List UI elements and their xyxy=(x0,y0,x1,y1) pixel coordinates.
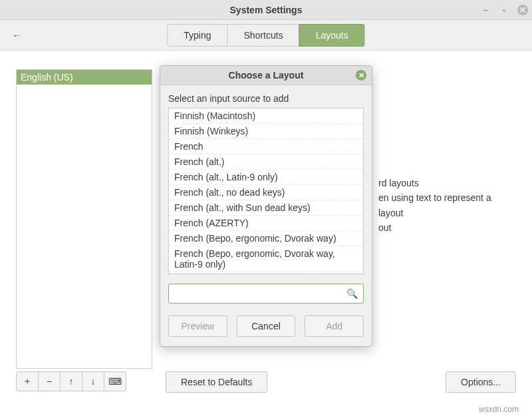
dialog-buttons: Preview Cancel Add xyxy=(168,315,364,337)
tab-shortcuts[interactable]: Shortcuts xyxy=(227,24,300,47)
source-item[interactable]: French (alt., Latin-9 only) xyxy=(169,169,363,184)
window-titlebar: System Settings − ▫ ✕ xyxy=(0,0,532,20)
source-item[interactable]: French (alt., no dead keys) xyxy=(169,184,363,200)
window-title: System Settings xyxy=(230,5,303,15)
watermark: wsxdn.com xyxy=(479,405,519,414)
source-item[interactable]: French (Bepo, ergonomic, Dvorak way, Lat… xyxy=(169,246,363,272)
layout-item-english-us[interactable]: English (US) xyxy=(17,70,152,85)
source-item[interactable]: French (alt., with Sun dead keys) xyxy=(169,200,363,215)
search-icon[interactable]: 🔍 xyxy=(341,288,363,299)
source-item[interactable]: French (Breton) xyxy=(169,272,363,274)
dialog-close-icon[interactable]: ✕ xyxy=(356,70,366,81)
layouts-panel: English (US) ＋ − ↑ ↓ ⌨ xyxy=(16,69,152,391)
dialog-body: Select an input source to add Finnish (M… xyxy=(160,85,372,346)
cancel-button[interactable]: Cancel xyxy=(237,315,296,337)
input-source-list[interactable]: Finnish (Macintosh)Finnish (Winkeys)Fren… xyxy=(168,108,364,274)
options-button[interactable]: Options... xyxy=(446,371,516,393)
source-item[interactable]: Finnish (Macintosh) xyxy=(169,108,363,123)
search-input[interactable] xyxy=(169,284,341,303)
dialog-header: Choose a Layout ✕ xyxy=(160,66,372,85)
reset-defaults-button[interactable]: Reset to Defaults xyxy=(166,371,267,393)
dialog-instruction: Select an input source to add xyxy=(168,93,364,104)
bottom-bar: Reset to Defaults Options... xyxy=(16,371,516,393)
source-item[interactable]: French xyxy=(169,138,363,154)
window-maximize-icon[interactable]: ▫ xyxy=(499,5,509,15)
tab-bar: Typing Shortcuts Layouts xyxy=(167,24,364,47)
source-item[interactable]: French (AZERTY) xyxy=(169,215,363,230)
tab-layouts[interactable]: Layouts xyxy=(299,24,365,47)
window-controls: − ▫ ✕ xyxy=(480,5,528,15)
source-item[interactable]: Finnish (Winkeys) xyxy=(169,123,363,138)
layout-list[interactable]: English (US) xyxy=(16,69,152,369)
choose-layout-dialog: Choose a Layout ✕ Select an input source… xyxy=(160,65,372,347)
back-arrow-icon[interactable]: ← xyxy=(12,30,21,41)
preview-button[interactable]: Preview xyxy=(168,315,227,337)
source-item[interactable]: French (alt.) xyxy=(169,154,363,169)
window-close-icon[interactable]: ✕ xyxy=(517,5,528,15)
add-button[interactable]: Add xyxy=(305,315,364,337)
tab-typing[interactable]: Typing xyxy=(167,24,227,47)
search-field[interactable]: 🔍 xyxy=(168,284,364,304)
dialog-title: Choose a Layout xyxy=(229,70,304,81)
source-item[interactable]: French (Bepo, ergonomic, Dvorak way) xyxy=(169,230,363,246)
header-toolbar: ← Typing Shortcuts Layouts xyxy=(0,20,532,51)
window-minimize-icon[interactable]: − xyxy=(480,5,491,15)
